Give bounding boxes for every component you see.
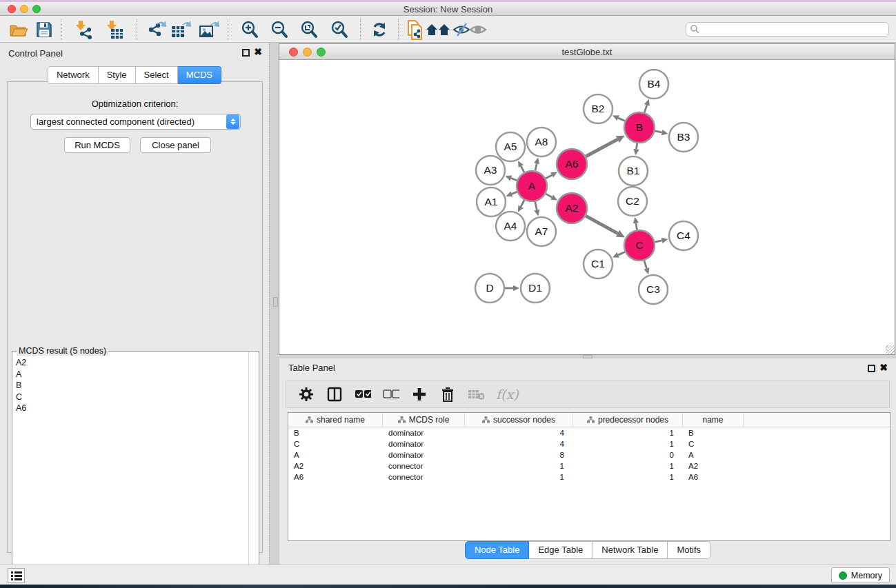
table-row[interactable]: Bdominator41B	[288, 427, 890, 438]
graph-edge[interactable]	[644, 261, 647, 269]
graph-node-A7[interactable]: A7	[527, 217, 556, 246]
memory-button[interactable]: Memory	[831, 567, 890, 583]
graph-edge[interactable]	[521, 200, 524, 206]
export-network-button[interactable]	[144, 18, 168, 41]
graph-edge[interactable]	[512, 192, 517, 194]
graph-node-D1[interactable]: D1	[521, 274, 550, 303]
table-row[interactable]: Adominator80A	[288, 449, 890, 460]
graph-node-A8[interactable]: A8	[527, 128, 556, 156]
zoom-in-button[interactable]	[238, 18, 261, 41]
mcds-result-item[interactable]: A	[16, 369, 248, 381]
graph-node-B1[interactable]: B1	[619, 156, 648, 185]
add-column-button[interactable]	[411, 386, 428, 403]
tab-mcds[interactable]: MCDS	[178, 66, 221, 84]
graph-edge[interactable]	[618, 252, 625, 254]
column-header-MCDS-role[interactable]: MCDS role	[383, 413, 465, 427]
tab-node-table[interactable]: Node Table	[465, 541, 530, 559]
graph-node-A3[interactable]: A3	[476, 156, 505, 185]
graph-edge[interactable]	[535, 201, 537, 210]
show-eye-button[interactable]	[466, 18, 490, 41]
import-network-button[interactable]	[72, 18, 95, 41]
import-table-button[interactable]	[103, 18, 126, 41]
mcds-result-item[interactable]: A2	[16, 357, 248, 369]
graph-node-C2[interactable]: C2	[618, 187, 647, 216]
panel-splitter-handle[interactable]	[273, 297, 278, 307]
home-button[interactable]	[425, 18, 452, 41]
graph-edge[interactable]	[586, 139, 617, 156]
close-panel-button[interactable]: Close panel	[140, 137, 211, 153]
graph-node-A[interactable]: A	[517, 171, 547, 201]
mcds-result-list[interactable]: A2ABCA6	[13, 354, 248, 582]
network-canvas[interactable]: B4B2BB3A5A8A3A6B1AA1C2A2A4A7C4CC1C3DD1	[279, 60, 895, 354]
graph-edge[interactable]	[644, 105, 647, 112]
function-builder-button[interactable]: f(x)	[496, 387, 519, 402]
tab-style[interactable]: Style	[99, 66, 136, 84]
float-panel-icon[interactable]	[242, 49, 250, 57]
open-file-button[interactable]	[7, 18, 30, 41]
graph-node-C1[interactable]: C1	[584, 250, 613, 278]
zoom-selected-button[interactable]	[328, 18, 351, 41]
float-table-panel-icon[interactable]	[868, 365, 875, 372]
graph-edge[interactable]	[546, 194, 552, 197]
zoom-fit-button[interactable]	[297, 18, 321, 41]
zoom-out-button[interactable]	[268, 18, 291, 41]
graph-edge[interactable]	[521, 166, 524, 172]
select-all-button[interactable]	[355, 386, 371, 403]
mcds-result-item[interactable]: B	[16, 380, 248, 392]
close-table-panel-icon[interactable]: ✖	[879, 363, 888, 372]
table-row[interactable]: A6connector11A6	[288, 472, 890, 483]
table-row[interactable]: Cdominator41C	[288, 438, 890, 449]
graph-node-B2[interactable]: B2	[584, 94, 613, 123]
tab-motifs[interactable]: Motifs	[668, 541, 710, 559]
tab-network[interactable]: Network	[48, 66, 99, 84]
delete-table-button[interactable]	[468, 386, 484, 403]
graph-node-B3[interactable]: B3	[669, 123, 698, 152]
result-scrollbar[interactable]	[248, 352, 259, 583]
search-field[interactable]	[686, 22, 889, 37]
graph-edge[interactable]	[637, 143, 637, 150]
export-image-button[interactable]	[197, 18, 221, 41]
column-header-successor-nodes[interactable]: successor nodes	[465, 413, 573, 427]
table-settings-button[interactable]	[298, 386, 315, 403]
deselect-all-button[interactable]	[383, 386, 399, 403]
graph-node-A1[interactable]: A1	[477, 187, 506, 216]
criterion-dropdown[interactable]: largest connected component (directed)	[30, 114, 241, 130]
delete-button[interactable]	[439, 386, 456, 403]
graph-edge[interactable]	[586, 216, 617, 234]
graph-node-C3[interactable]: C3	[639, 275, 668, 304]
graph-node-C[interactable]: C	[624, 230, 655, 261]
tab-network-table[interactable]: Network Table	[593, 541, 668, 559]
node-table[interactable]: shared nameMCDS rolesuccessor nodesprede…	[288, 412, 890, 541]
export-table-button[interactable]	[169, 18, 192, 41]
close-panel-icon[interactable]: ✖	[254, 47, 262, 57]
graph-node-A5[interactable]: A5	[496, 132, 525, 161]
network-window-titlebar[interactable]: testGlobe.txt	[279, 44, 895, 60]
run-mcds-button[interactable]: Run MCDS	[64, 137, 130, 153]
tab-edge-table[interactable]: Edge Table	[529, 541, 593, 559]
graph-node-A6[interactable]: A6	[557, 149, 587, 179]
graph-edge[interactable]	[546, 175, 552, 179]
network-view-window[interactable]: testGlobe.txt B4B2BB3A5A8A3A6B1AA1C2A2A4…	[279, 43, 895, 355]
copy-network-button[interactable]	[404, 18, 428, 41]
graph-node-C4[interactable]: C4	[669, 221, 698, 250]
graph-edge[interactable]	[655, 131, 661, 132]
graph-node-A4[interactable]: A4	[496, 212, 525, 241]
mcds-result-item[interactable]: A6	[16, 403, 248, 414]
graph-edge[interactable]	[636, 223, 637, 230]
graph-edge[interactable]	[535, 163, 537, 170]
graph-node-A2[interactable]: A2	[557, 193, 587, 223]
graph-node-D[interactable]: D	[475, 274, 504, 303]
column-header-shared-name[interactable]: shared name	[288, 413, 383, 427]
graph-node-B4[interactable]: B4	[639, 70, 668, 99]
task-history-button[interactable]	[8, 568, 25, 583]
tab-select[interactable]: Select	[136, 66, 178, 84]
graph-edge[interactable]	[511, 178, 517, 180]
search-input[interactable]	[700, 24, 888, 35]
window-resize-grip[interactable]	[886, 345, 895, 354]
column-header-name[interactable]: name	[683, 413, 744, 427]
table-row[interactable]: A2connector11A2	[288, 460, 890, 472]
column-header-predecessor-nodes[interactable]: predecessor nodes	[573, 413, 683, 427]
graph-edge[interactable]	[618, 118, 625, 121]
refresh-button[interactable]	[368, 18, 391, 41]
save-session-button[interactable]	[32, 18, 56, 41]
